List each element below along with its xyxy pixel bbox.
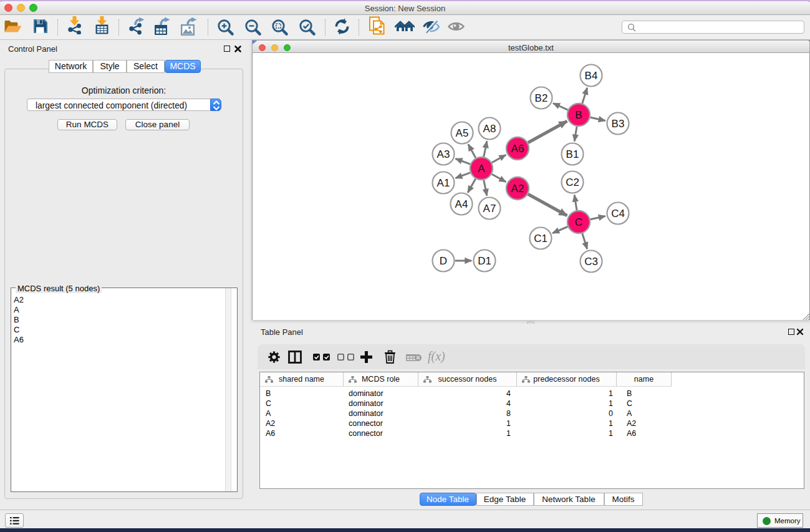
svg-text:A4: A4 [455,198,468,210]
svg-text:A5: A5 [456,127,469,139]
svg-text:D: D [440,255,447,267]
svg-text:C1: C1 [534,233,547,244]
svg-text:A3: A3 [437,148,450,160]
svg-text:D1: D1 [478,255,491,267]
svg-text:A8: A8 [483,123,496,135]
svg-text:A: A [478,163,485,175]
svg-text:B4: B4 [585,70,598,82]
svg-text:A2: A2 [511,183,524,195]
svg-text:C: C [575,216,582,228]
svg-text:C2: C2 [566,177,579,188]
svg-text:A7: A7 [483,203,496,215]
svg-text:B2: B2 [535,92,548,104]
svg-text:C4: C4 [611,208,625,220]
svg-text:B: B [575,109,582,121]
svg-text:A6: A6 [511,143,524,155]
svg-text:B3: B3 [612,118,625,130]
svg-text:C3: C3 [584,256,598,268]
svg-text:B1: B1 [566,148,579,160]
svg-text:A1: A1 [437,177,450,189]
